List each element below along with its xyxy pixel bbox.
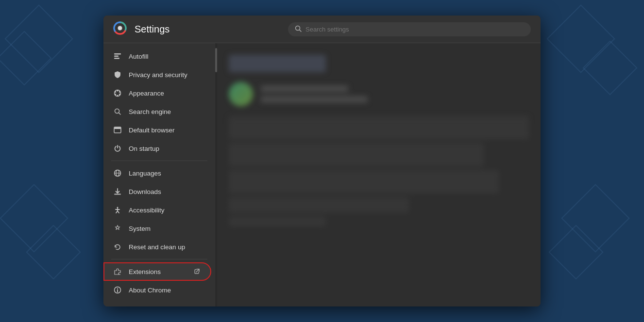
downloads-label: Downloads <box>129 188 202 195</box>
download-icon <box>113 187 122 196</box>
svg-line-29 <box>196 269 199 272</box>
settings-layout: Autofill Privacy and security <box>103 43 541 306</box>
content-row-3 <box>229 170 499 193</box>
about-label: About Chrome <box>129 287 202 294</box>
profile-avatar <box>229 82 253 106</box>
appearance-icon <box>113 89 122 97</box>
main-content <box>217 43 541 306</box>
sidebar-item-reset[interactable]: Reset and clean up <box>103 238 211 256</box>
content-row-4 <box>229 197 409 213</box>
svg-rect-5 <box>114 53 121 55</box>
svg-point-9 <box>117 90 119 92</box>
content-row-1 <box>229 116 529 139</box>
svg-rect-18 <box>114 127 121 129</box>
bg-shape-8 <box>548 225 603 279</box>
svg-point-12 <box>117 95 119 97</box>
profile-email-bar <box>261 96 368 103</box>
bg-shape-6 <box>582 40 637 95</box>
sidebar-item-system[interactable]: System <box>103 219 211 238</box>
page-title: Settings <box>135 24 169 35</box>
profile-name-bar <box>261 85 348 92</box>
sidebar-item-extensions[interactable]: Extensions <box>103 262 211 281</box>
bg-shape-2 <box>0 31 52 85</box>
svg-point-14 <box>115 91 116 93</box>
sidebar-item-about[interactable]: About Chrome <box>103 281 211 299</box>
divider-2 <box>111 259 207 259</box>
external-link-icon <box>194 268 202 275</box>
reset-icon <box>113 242 122 251</box>
svg-point-2 <box>118 26 122 30</box>
autofill-label: Autofill <box>129 53 202 60</box>
chrome-logo <box>113 21 127 37</box>
profile-text-area <box>261 85 368 103</box>
svg-line-4 <box>300 30 302 32</box>
search-engine-icon <box>113 107 122 116</box>
search-bar[interactable] <box>288 22 531 36</box>
search-input[interactable] <box>305 26 524 33</box>
svg-point-24 <box>117 207 119 209</box>
privacy-label: Privacy and security <box>129 71 202 79</box>
divider-1 <box>111 161 207 161</box>
sidebar-item-privacy[interactable]: Privacy and security <box>103 65 211 84</box>
shield-icon <box>113 70 122 79</box>
extensions-label: Extensions <box>129 268 187 275</box>
settings-header: Settings <box>103 16 541 43</box>
bg-shape-4 <box>26 225 81 279</box>
system-label: System <box>129 225 202 232</box>
system-icon <box>113 224 122 233</box>
accessibility-label: Accessibility <box>129 207 202 214</box>
appearance-label: Appearance <box>129 90 202 97</box>
content-header-bar <box>229 55 326 72</box>
browser-icon <box>113 126 122 134</box>
sidebar-item-languages[interactable]: Languages <box>103 164 211 182</box>
content-blurred-area <box>229 55 529 226</box>
svg-point-11 <box>119 94 120 95</box>
sidebar-item-on-startup[interactable]: On startup <box>103 139 211 158</box>
on-startup-label: On startup <box>129 145 202 152</box>
search-icon <box>295 25 302 33</box>
bg-shape-3 <box>0 184 68 252</box>
svg-point-31 <box>117 288 118 289</box>
bg-shape-7 <box>561 184 629 252</box>
reset-label: Reset and clean up <box>129 243 202 251</box>
search-engine-label: Search engine <box>129 108 202 115</box>
about-icon <box>113 286 122 294</box>
svg-line-28 <box>118 211 119 213</box>
sidebar-item-appearance[interactable]: Appearance <box>103 84 211 102</box>
sidebar-item-autofill[interactable]: Autofill <box>103 47 211 65</box>
sidebar-item-accessibility[interactable]: Accessibility <box>103 201 211 219</box>
content-row-5 <box>229 217 326 226</box>
languages-label: Languages <box>129 170 202 177</box>
browser-window: Settings <box>103 16 541 306</box>
extensions-icon <box>113 267 122 276</box>
bg-shape-1 <box>4 4 73 73</box>
bg-shape-5 <box>546 4 615 73</box>
svg-point-10 <box>119 91 120 93</box>
accessibility-icon <box>113 206 122 214</box>
sidebar-item-downloads[interactable]: Downloads <box>103 182 211 201</box>
profile-section <box>229 82 529 106</box>
sidebar-item-default-browser[interactable]: Default browser <box>103 121 211 139</box>
content-row-2 <box>229 143 484 166</box>
svg-line-16 <box>119 113 121 115</box>
default-browser-label: Default browser <box>129 127 202 134</box>
content-rows <box>229 116 529 226</box>
svg-point-13 <box>115 94 116 95</box>
svg-rect-6 <box>114 56 119 57</box>
power-icon <box>113 144 122 153</box>
svg-rect-7 <box>114 58 119 59</box>
globe-icon <box>113 169 122 177</box>
settings-sidebar: Autofill Privacy and security <box>103 43 215 306</box>
sidebar-item-search-engine[interactable]: Search engine <box>103 102 211 121</box>
autofill-icon <box>113 52 122 61</box>
